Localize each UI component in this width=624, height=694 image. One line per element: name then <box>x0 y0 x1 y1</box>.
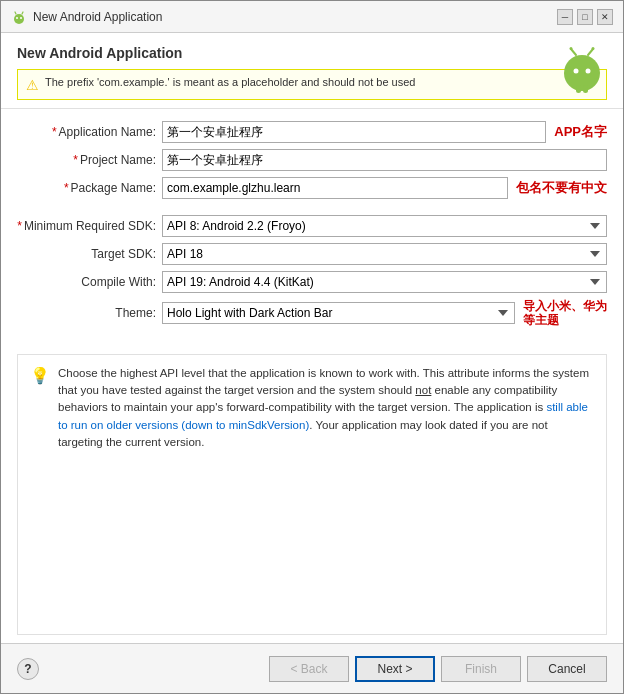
title-bar-controls: ─ □ ✕ <box>557 9 613 25</box>
svg-point-8 <box>574 69 579 74</box>
compile-with-select[interactable]: API 19: Android 4.4 (KitKat)API 18: Andr… <box>162 271 607 293</box>
bottom-bar: ? < Back Next > Finish Cancel <box>1 643 623 693</box>
svg-rect-13 <box>583 85 588 93</box>
finish-button[interactable]: Finish <box>441 656 521 682</box>
maximize-button[interactable]: □ <box>577 9 593 25</box>
info-row: 💡 Choose the highest API level that the … <box>30 365 594 451</box>
minimize-button[interactable]: ─ <box>557 9 573 25</box>
project-name-row: *Project Name: <box>17 149 607 171</box>
svg-rect-10 <box>566 67 571 79</box>
compile-with-row: Compile With: API 19: Android 4.4 (KitKa… <box>17 271 607 293</box>
main-window: New Android Application ─ □ ✕ New Androi… <box>0 0 624 694</box>
package-name-label: *Package Name: <box>17 181 162 195</box>
app-icon <box>11 9 27 25</box>
android-logo <box>557 43 607 93</box>
target-sdk-select[interactable]: API 18API 19API 17API 16 <box>162 243 607 265</box>
project-name-input[interactable] <box>162 149 607 171</box>
info-section: 💡 Choose the highest API level that the … <box>17 354 607 635</box>
info-icon: 💡 <box>30 366 50 385</box>
target-sdk-row: Target SDK: API 18API 19API 17API 16 <box>17 243 607 265</box>
compile-with-label: Compile With: <box>17 275 162 289</box>
svg-point-17 <box>592 47 595 50</box>
title-bar-title: New Android Application <box>33 10 162 24</box>
form-section: *Application Name: APP名字 *Project Name: … <box>1 109 623 346</box>
required-star3: * <box>64 181 69 195</box>
min-sdk-row: *Minimum Required SDK: API 8: Android 2.… <box>17 215 607 237</box>
bottom-right: < Back Next > Finish Cancel <box>269 656 607 682</box>
package-name-annotation: 包名不要有中文 <box>516 179 607 197</box>
next-button[interactable]: Next > <box>355 656 435 682</box>
warning-text: The prefix 'com.example.' is meant as a … <box>45 76 415 88</box>
title-bar-left: New Android Application <box>11 9 162 25</box>
package-name-input[interactable] <box>162 177 508 199</box>
svg-point-2 <box>16 17 18 19</box>
warning-box: ⚠ The prefix 'com.example.' is meant as … <box>17 69 607 100</box>
required-star4: * <box>17 219 22 233</box>
required-star2: * <box>73 153 78 167</box>
theme-annotation: 导入小米、华为等主题 <box>523 299 607 328</box>
close-button[interactable]: ✕ <box>597 9 613 25</box>
cancel-button[interactable]: Cancel <box>527 656 607 682</box>
help-button[interactable]: ? <box>17 658 39 680</box>
package-name-row: *Package Name: 包名不要有中文 <box>17 177 607 199</box>
theme-label: Theme: <box>17 306 162 320</box>
warning-icon: ⚠ <box>26 77 39 93</box>
bottom-left: ? <box>17 658 39 680</box>
target-sdk-label: Target SDK: <box>17 247 162 261</box>
svg-line-4 <box>15 12 16 14</box>
min-sdk-label: *Minimum Required SDK: <box>17 219 162 233</box>
header-section: New Android Application ⚠ The prefix 'co… <box>1 33 623 109</box>
theme-select[interactable]: Holo Light with Dark Action BarHolo Ligh… <box>162 302 515 324</box>
svg-rect-7 <box>569 65 595 83</box>
svg-point-16 <box>570 47 573 50</box>
svg-line-15 <box>588 49 593 55</box>
min-sdk-select[interactable]: API 8: Android 2.2 (Froyo)API 10: Androi… <box>162 215 607 237</box>
dialog-title: New Android Application <box>17 45 607 61</box>
app-name-annotation: APP名字 <box>554 123 607 141</box>
app-name-row: *Application Name: APP名字 <box>17 121 607 143</box>
back-button[interactable]: < Back <box>269 656 349 682</box>
svg-point-3 <box>20 17 22 19</box>
svg-line-14 <box>571 49 576 55</box>
svg-rect-12 <box>576 85 581 93</box>
svg-line-5 <box>22 12 23 14</box>
svg-point-9 <box>586 69 591 74</box>
app-name-label: *Application Name: <box>17 125 162 139</box>
separator <box>17 205 607 215</box>
content-area: New Android Application ⚠ The prefix 'co… <box>1 33 623 643</box>
project-name-label: *Project Name: <box>17 153 162 167</box>
required-star: * <box>52 125 57 139</box>
app-name-input[interactable] <box>162 121 546 143</box>
theme-row: Theme: Holo Light with Dark Action BarHo… <box>17 299 607 328</box>
info-text: Choose the highest API level that the ap… <box>58 365 594 451</box>
title-bar: New Android Application ─ □ ✕ <box>1 1 623 33</box>
svg-rect-11 <box>593 67 598 79</box>
